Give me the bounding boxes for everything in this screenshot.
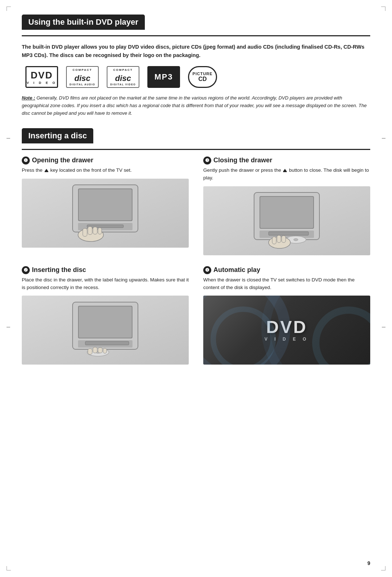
- logo-compact-audio-sub: DIGITAL AUDIO: [67, 83, 98, 86]
- side-tick-left-1: [7, 138, 10, 139]
- logo-disc-audio-main: disc: [74, 74, 90, 83]
- corner-mark-br: [381, 566, 385, 570]
- svg-rect-25: [85, 341, 129, 345]
- logo-disc-video-main: disc: [115, 74, 131, 83]
- step-4-title: ❹ Automatic play: [203, 266, 370, 274]
- svg-rect-2: [79, 189, 132, 220]
- logo-dvd-video: DVD V I D E O: [25, 66, 58, 88]
- step-2-title: ❷ Inserting the disc: [22, 266, 189, 274]
- svg-rect-20: [282, 236, 286, 243]
- logo-picturecd-top: PICTURE: [192, 72, 212, 76]
- step-3-tv-svg: [243, 189, 330, 252]
- side-tick-right-2: [382, 327, 385, 328]
- svg-rect-9: [98, 228, 102, 234]
- section1-title: Using the built-in DVD player: [22, 15, 145, 30]
- svg-rect-29: [93, 347, 97, 353]
- side-tick-right-1: [382, 138, 385, 139]
- logo-compact-video-top: COMPACT: [107, 69, 139, 72]
- page-number: 9: [367, 560, 370, 566]
- step-1-image: [22, 179, 189, 248]
- svg-rect-19: [277, 235, 281, 243]
- logo-compact-video-sub: DIGITAL VIDEO: [107, 83, 139, 86]
- logo-compact-video: COMPACT disc DIGITAL VIDEO: [107, 66, 139, 88]
- logo-compact-audio-top: COMPACT: [67, 69, 98, 72]
- svg-point-16: [294, 239, 298, 241]
- step-1: ❶ Opening the drawer Press the key locat…: [22, 157, 189, 255]
- step-1-tv-svg: [62, 181, 149, 245]
- step-2-title-text: Inserting the disc: [32, 266, 86, 274]
- corner-mark-tl: [7, 7, 11, 11]
- section2-divider: [22, 149, 370, 150]
- logo-dvd-video-label: V I D E O: [26, 81, 57, 85]
- corner-mark-tr: [381, 7, 385, 11]
- step-4-image: DVD V I D E O: [203, 296, 370, 365]
- eject-icon-1: [45, 169, 48, 172]
- svg-rect-30: [98, 348, 102, 353]
- logo-picture-cd: PICTURE CD: [188, 66, 217, 88]
- step-3: ❸ Closing the drawer Gently push the dra…: [203, 157, 370, 255]
- section2: Inserting a disc ❶ Opening the drawer Pr…: [22, 128, 370, 365]
- step-2-image: [22, 296, 189, 365]
- step-1-number: ❶: [22, 157, 30, 164]
- step-2-number: ❷: [22, 266, 30, 274]
- dvd-swirl-3: [261, 296, 370, 365]
- step-4-number: ❹: [203, 266, 211, 274]
- eject-icon-3: [283, 169, 287, 172]
- section2-title: Inserting a disc: [22, 128, 93, 143]
- section1-note: Note : Generally, DVD films are not plac…: [22, 94, 370, 117]
- step-4-desc: When the drawer is closed the TV set swi…: [203, 276, 370, 292]
- svg-rect-28: [88, 349, 92, 354]
- step-3-title-text: Closing the drawer: [213, 157, 272, 164]
- step-2-desc: Place the disc in the drawer, with the l…: [22, 276, 189, 292]
- svg-rect-18: [272, 237, 276, 244]
- logos-row: DVD V I D E O COMPACT disc DIGITAL AUDIO…: [25, 66, 370, 88]
- corner-mark-bl: [7, 566, 11, 570]
- logo-compact-audio: COMPACT disc DIGITAL AUDIO: [66, 66, 99, 88]
- step-3-image: [203, 186, 370, 255]
- step-4: ❹ Automatic play When the drawer is clos…: [203, 266, 370, 365]
- svg-rect-23: [79, 306, 132, 338]
- logo-picturecd-bottom: CD: [198, 76, 207, 82]
- step-2: ❷ Inserting the disc Place the disc in t…: [22, 266, 189, 365]
- note-body: Generally, DVD films are not placed on t…: [22, 95, 367, 116]
- svg-rect-14: [269, 232, 309, 235]
- svg-rect-12: [260, 197, 313, 228]
- side-tick-left-2: [7, 327, 10, 328]
- step-1-title-text: Opening the drawer: [32, 157, 93, 164]
- section1-divider: [22, 35, 370, 36]
- logo-dvd-text: DVD: [31, 70, 53, 81]
- page: Using the built-in DVD player The built-…: [0, 0, 392, 577]
- step-3-title: ❸ Closing the drawer: [203, 157, 370, 164]
- svg-rect-8: [93, 227, 97, 234]
- logo-mp3-text: MP3: [154, 72, 173, 82]
- section1: Using the built-in DVD player The built-…: [22, 15, 370, 117]
- step-3-desc: Gently push the drawer or press the butt…: [203, 167, 370, 182]
- svg-rect-6: [83, 228, 87, 236]
- step-3-number: ❸: [203, 157, 211, 164]
- steps-grid: ❶ Opening the drawer Press the key locat…: [22, 157, 370, 365]
- note-label: Note :: [22, 95, 35, 101]
- svg-rect-4: [87, 225, 123, 228]
- step-1-title: ❶ Opening the drawer: [22, 157, 189, 164]
- step-2-tv-svg: [62, 298, 149, 362]
- svg-rect-31: [103, 348, 107, 353]
- svg-rect-7: [88, 227, 92, 235]
- logo-mp3: MP3: [147, 66, 180, 88]
- section1-intro: The built-in DVD player allows you to pl…: [22, 43, 370, 60]
- step-1-desc: Press the key located on the front of th…: [22, 167, 189, 174]
- step-4-title-text: Automatic play: [213, 266, 260, 274]
